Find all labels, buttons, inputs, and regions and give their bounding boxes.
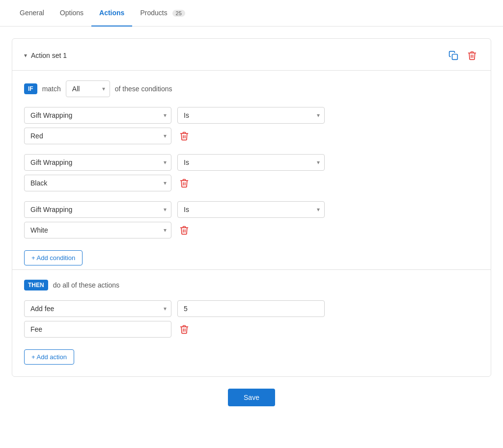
delete-action-set-button[interactable]	[465, 49, 479, 62]
condition-row-3-fields: Gift Wrapping Price Quantity ▾ Is Is not…	[24, 201, 479, 218]
condition-row-2-value: Red Black White ▾	[24, 175, 479, 191]
delete-condition-1-button[interactable]	[177, 129, 191, 143]
card-header: ▾ Action set 1	[24, 49, 479, 70]
delete-action-1-button[interactable]	[177, 322, 191, 336]
condition-row-1-fields: Gift Wrapping Price Quantity Weight ▾ Is…	[24, 107, 479, 124]
condition-2-operator-select[interactable]: Is Is not	[177, 154, 325, 171]
condition-3-field-select[interactable]: Gift Wrapping Price Quantity	[24, 201, 171, 218]
tab-actions[interactable]: Actions	[91, 0, 132, 26]
main-content: ▾ Action set 1	[0, 26, 503, 418]
condition-3-operator-select[interactable]: Is Is not	[177, 201, 325, 218]
save-button[interactable]: Save	[228, 389, 275, 406]
copy-icon	[448, 51, 458, 60]
condition-2-field-select[interactable]: Gift Wrapping Price Quantity	[24, 154, 171, 171]
action-group-1: Add fee Add discount Set price ▾	[24, 300, 479, 345]
condition-row-3-value: Red Black White ▾	[24, 222, 479, 238]
condition-3-value-wrap: Red Black White ▾	[24, 222, 171, 238]
condition-1-field-select[interactable]: Gift Wrapping Price Quantity Weight	[24, 107, 171, 124]
condition-2-operator-wrap: Is Is not ▾	[177, 154, 325, 171]
then-text: do all of these actions	[53, 281, 119, 289]
condition-suffix-text: of these conditions	[115, 85, 172, 93]
add-condition-button[interactable]: + Add condition	[24, 250, 83, 265]
match-select-wrap: All Any ▾	[66, 80, 110, 97]
action-set-title: ▾ Action set 1	[24, 52, 67, 59]
save-area: Save	[12, 389, 491, 406]
condition-row-2-fields: Gift Wrapping Price Quantity ▾ Is Is not…	[24, 154, 479, 171]
delete-icon	[467, 51, 477, 60]
match-label: match	[42, 85, 61, 93]
collapse-icon[interactable]: ▾	[24, 52, 27, 59]
header-divider	[12, 70, 491, 71]
condition-group-3: Gift Wrapping Price Quantity ▾ Is Is not…	[24, 201, 479, 246]
action-1-label-input[interactable]	[24, 321, 171, 338]
action-set-card: ▾ Action set 1	[12, 38, 491, 377]
condition-row-1-value: Red Black White ▾	[24, 128, 479, 144]
tab-options[interactable]: Options	[52, 0, 91, 26]
action-1-value-input[interactable]	[177, 300, 325, 317]
then-divider	[12, 269, 491, 270]
delete-condition-3-button[interactable]	[177, 223, 191, 237]
products-badge: 25	[172, 10, 185, 17]
if-header: IF match All Any ▾ of these conditions	[24, 80, 479, 97]
tabs-bar: General Options Actions Products 25	[0, 0, 503, 26]
delete-condition-1-icon	[179, 131, 189, 141]
action-1-field-wrap: Add fee Add discount Set price ▾	[24, 300, 171, 317]
delete-condition-2-button[interactable]	[177, 176, 191, 190]
condition-group-2: Gift Wrapping Price Quantity ▾ Is Is not…	[24, 154, 479, 199]
match-select[interactable]: All Any	[66, 80, 110, 97]
condition-1-value-select[interactable]: Red Black White	[24, 128, 171, 144]
svg-rect-0	[452, 54, 458, 60]
tab-general[interactable]: General	[12, 0, 52, 26]
condition-1-value-wrap: Red Black White ▾	[24, 128, 171, 144]
condition-group-1: Gift Wrapping Price Quantity Weight ▾ Is…	[24, 107, 479, 152]
condition-1-operator-wrap: Is Is not Contains ▾	[177, 107, 325, 124]
condition-2-value-wrap: Red Black White ▾	[24, 175, 171, 191]
condition-3-field-wrap: Gift Wrapping Price Quantity ▾	[24, 201, 171, 218]
then-badge: THEN	[24, 280, 48, 290]
add-action-button[interactable]: + Add action	[24, 349, 74, 365]
action-row-1-label	[24, 321, 479, 338]
delete-condition-3-icon	[179, 225, 189, 235]
tab-products[interactable]: Products 25	[132, 0, 193, 26]
condition-3-operator-wrap: Is Is not ▾	[177, 201, 325, 218]
if-badge: IF	[24, 83, 37, 94]
copy-action-set-button[interactable]	[447, 49, 460, 62]
condition-2-value-select[interactable]: Red Black White	[24, 175, 171, 191]
action-1-field-select[interactable]: Add fee Add discount Set price	[24, 300, 171, 317]
delete-action-1-icon	[179, 324, 189, 334]
action-set-label: Action set 1	[31, 52, 67, 59]
condition-2-field-wrap: Gift Wrapping Price Quantity ▾	[24, 154, 171, 171]
condition-3-value-select[interactable]: Red Black White	[24, 222, 171, 238]
condition-1-operator-select[interactable]: Is Is not Contains	[177, 107, 325, 124]
card-header-actions	[447, 49, 479, 62]
action-row-1-fields: Add fee Add discount Set price ▾	[24, 300, 479, 317]
delete-condition-2-icon	[179, 178, 189, 188]
then-header: THEN do all of these actions	[24, 280, 479, 290]
condition-1-field-wrap: Gift Wrapping Price Quantity Weight ▾	[24, 107, 171, 124]
